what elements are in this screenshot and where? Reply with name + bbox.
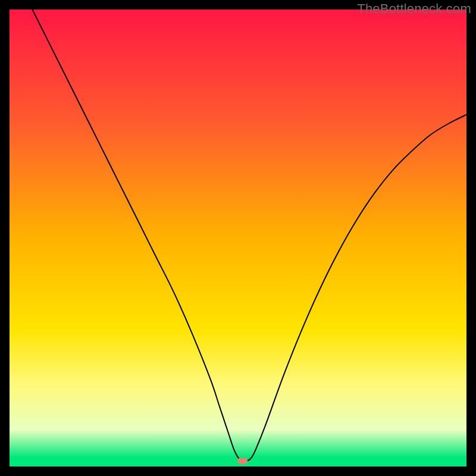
- watermark-text: TheBottleneck.com: [357, 1, 471, 17]
- gradient-background: [10, 10, 466, 466]
- plot-area: [10, 10, 466, 466]
- optimal-marker: [237, 458, 248, 464]
- chart-svg: [10, 10, 466, 466]
- chart-container: TheBottleneck.com: [0, 0, 476, 476]
